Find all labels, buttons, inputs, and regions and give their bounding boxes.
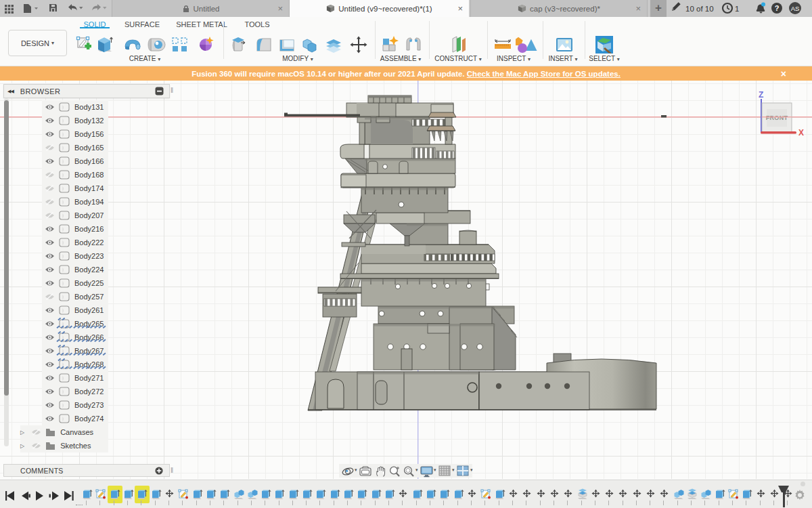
svg-text:?: ? [775,4,780,12]
svg-text:1: 1 [735,5,739,13]
svg-text:X: X [798,128,804,137]
svg-text:AS: AS [791,5,800,12]
svg-text:10 of 10: 10 of 10 [685,5,714,13]
svg-text:Z: Z [759,90,763,100]
svg-text:FRONT: FRONT [766,114,788,121]
